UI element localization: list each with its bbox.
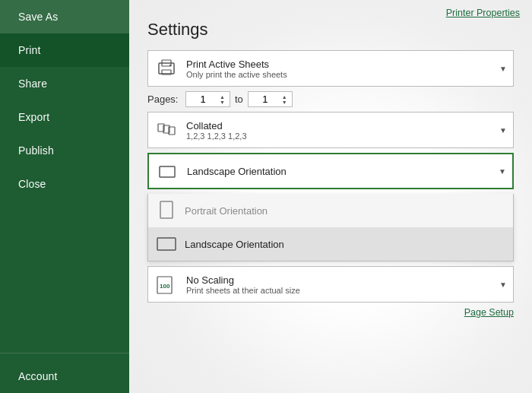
collated-arrow: ▼ [499,126,507,135]
sidebar-item-account[interactable]: Account [0,360,129,393]
svg-rect-9 [157,238,176,250]
svg-rect-7 [160,166,175,177]
orientation-menu: Portrait Orientation Landscape Orientati… [147,194,514,261]
print-active-sheets-dropdown[interactable]: Print Active Sheets Only print the activ… [147,50,514,87]
settings-panel: Settings Print Active Sheets Only print … [147,20,514,318]
landscape-label: Landscape Orientation [187,166,494,177]
pages-row: Pages: ▲ ▼ to ▲ ▼ [147,91,514,107]
pages-to-up[interactable]: ▲ [280,94,289,100]
collated-text: Collated 1,2,3 1,2,3 1,2,3 [186,120,495,141]
sidebar-item-label: Close [18,178,46,190]
landscape-orientation-option[interactable]: Landscape Orientation [148,227,513,261]
sidebar-item-label: Print [18,44,41,56]
sidebar-item-save-as[interactable]: Save As [0,0,129,33]
main-panel: Printer Properties Settings Print Active… [129,0,532,393]
pages-label: Pages: [147,93,181,105]
pages-from-spinners: ▲ ▼ [218,94,226,105]
svg-rect-8 [160,201,173,218]
sidebar-item-publish[interactable]: Publish [0,134,129,167]
print-active-sheets-text: Print Active Sheets Only print the activ… [186,59,495,79]
sidebar-item-label: Export [18,111,49,123]
pages-to-down[interactable]: ▼ [280,100,289,105]
sidebar-item-export[interactable]: Export [0,100,129,134]
print-active-sheets-arrow: ▼ [499,65,507,73]
printer-properties-link[interactable]: Printer Properties [446,8,520,18]
no-scaling-dropdown[interactable]: 100 No Scaling Print sheets at their act… [147,266,514,303]
pages-from-up[interactable]: ▲ [218,94,226,100]
sidebar-item-print[interactable]: Print [0,33,129,67]
sidebar-item-label: Save As [18,11,58,23]
sidebar-item-close[interactable]: Close [0,167,129,201]
landscape-menu-label: Landscape Orientation [185,239,284,250]
no-scaling-arrow: ▼ [499,280,507,289]
no-scaling-icon: 100 [154,272,179,296]
sidebar-item-label: Share [18,78,47,90]
landscape-menu-icon [156,233,177,255]
page-setup-link[interactable]: Page Setup [147,307,514,318]
pages-to-spinners: ▲ ▼ [280,94,289,105]
collated-icon [154,118,179,142]
no-scaling-label: No Scaling [186,274,495,286]
landscape-arrow: ▼ [499,167,506,176]
sidebar-item-label: Publish [18,144,54,157]
sidebar: Save As Print Share Export Publish Close… [0,0,129,393]
sidebar-divider [0,353,129,353]
no-scaling-text: No Scaling Print sheets at their actual … [186,274,495,295]
print-sheets-icon [154,56,179,81]
print-active-sheets-sublabel: Only print the active sheets [186,70,495,79]
svg-rect-0 [159,63,174,74]
pages-from-input[interactable] [189,93,217,105]
pages-to-label: to [235,93,243,105]
print-active-sheets-label: Print Active Sheets [186,59,495,70]
collated-dropdown[interactable]: Collated 1,2,3 1,2,3 1,2,3 ▼ [147,112,514,148]
portrait-orientation-option[interactable]: Portrait Orientation [148,194,513,227]
portrait-label: Portrait Orientation [185,205,268,217]
pages-from-down[interactable]: ▼ [218,100,226,105]
collated-label: Collated [186,120,495,132]
pages-from-input-wrap[interactable]: ▲ ▼ [185,91,230,107]
sidebar-item-label: Account [18,370,58,382]
svg-rect-3 [169,65,171,66]
svg-text:100: 100 [160,283,170,290]
landscape-text: Landscape Orientation [187,166,494,177]
landscape-icon [155,159,179,183]
landscape-orientation-dropdown[interactable]: Landscape Orientation ▼ [147,153,514,189]
no-scaling-sublabel: Print sheets at their actual size [186,286,495,295]
portrait-icon [156,200,177,221]
pages-to-input[interactable] [252,93,279,105]
pages-to-input-wrap[interactable]: ▲ ▼ [248,91,293,107]
collated-sublabel: 1,2,3 1,2,3 1,2,3 [186,132,495,141]
sidebar-item-share[interactable]: Share [0,67,129,100]
settings-title: Settings [147,20,514,40]
